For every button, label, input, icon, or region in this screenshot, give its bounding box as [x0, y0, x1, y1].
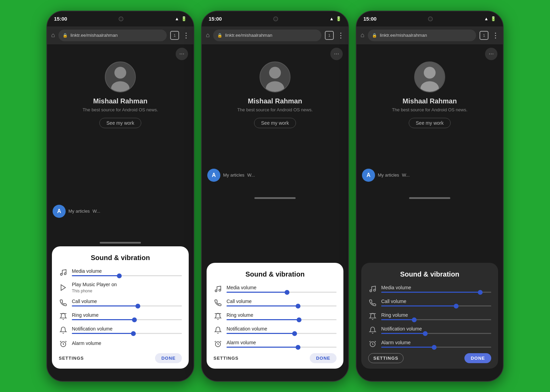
vol-row-alarm-1: Alarm volume	[59, 339, 182, 348]
notif-slider-thumb-2[interactable]	[292, 331, 297, 336]
bell-icon-2	[213, 326, 222, 335]
notif-slider-2[interactable]	[227, 333, 337, 334]
alarm-slider-thumb-3[interactable]	[432, 345, 437, 350]
ring-slider-2[interactable]	[227, 319, 337, 320]
svg-point-4	[64, 272, 66, 275]
call-slider-thumb-2[interactable]	[296, 304, 300, 309]
ring-slider-thumb-3[interactable]	[412, 317, 417, 322]
vol-row-ring-1: Ring volume	[59, 312, 182, 321]
ring-slider-3[interactable]	[381, 319, 491, 320]
alarm-slider-thumb-2[interactable]	[296, 345, 300, 350]
nav-bar-2	[202, 192, 348, 204]
notif-slider-3[interactable]	[381, 333, 491, 334]
url-bar-2[interactable]: 🔒 linktr.ee/mishaalrahman	[213, 30, 321, 41]
status-time-3: 15:00	[363, 16, 376, 22]
dots-button-3[interactable]: ···	[485, 48, 497, 60]
notif-slider-1[interactable]	[72, 333, 182, 334]
phone-icon-3	[368, 298, 377, 307]
wifi-icon-3: ▲	[484, 16, 488, 21]
tab-icon-1[interactable]: 1	[170, 31, 179, 40]
phone-icon-1	[59, 298, 68, 307]
call-vol-content-2: Call volume	[227, 299, 337, 306]
alarm-slider-fill-2	[227, 347, 298, 348]
settings-button-1[interactable]: SETTINGS	[59, 356, 84, 361]
vol-row-call-1: Call volume	[59, 298, 182, 307]
tab-icon-2[interactable]: 1	[325, 31, 334, 40]
vol-row-alarm-3: Alarm volume	[368, 339, 491, 348]
article-chip-3[interactable]: A	[362, 169, 375, 182]
browser-bar-2: ⌂ 🔒 linktr.ee/mishaalrahman 1 ⋮	[202, 26, 348, 44]
done-button-2[interactable]: DONE	[310, 353, 337, 363]
home-icon-1[interactable]: ⌂	[51, 32, 55, 39]
settings-button-2[interactable]: SETTINGS	[213, 356, 239, 361]
url-text-2: linktr.ee/mishaalrahman	[225, 33, 272, 38]
tab-icon-3[interactable]: 1	[480, 31, 488, 40]
status-icons-3: ▲ 🔋	[484, 16, 496, 21]
url-bar-3[interactable]: 🔒 linktr.ee/mishaalrahman	[368, 30, 476, 41]
notif-slider-fill-3	[381, 333, 425, 334]
article-tab-more-3: W...	[402, 172, 409, 178]
article-tab-text-2: My articles	[223, 172, 244, 178]
more-icon-3[interactable]: ⋮	[492, 31, 499, 40]
svg-point-11	[215, 290, 217, 292]
ring-slider-thumb-2[interactable]	[297, 317, 301, 322]
call-vol-label-3: Call volume	[381, 299, 491, 304]
notif-slider-thumb-1[interactable]	[131, 331, 136, 336]
sound-panel-title-3: Sound & vibration	[368, 270, 491, 278]
settings-button-3[interactable]: SETTINGS	[368, 353, 404, 363]
bell-icon-3	[368, 326, 377, 335]
ring-slider-thumb-1[interactable]	[132, 317, 137, 322]
media-vol-content-1: Media volume	[72, 268, 182, 276]
media-slider-2[interactable]	[227, 292, 337, 293]
vol-row-call-3: Call volume	[368, 298, 491, 307]
battery-icon-1: 🔋	[181, 16, 187, 21]
call-slider-2[interactable]	[227, 305, 337, 306]
notif-vol-content-1: Notification volume	[72, 326, 182, 334]
article-chip-2[interactable]: A	[207, 169, 220, 182]
nav-pill-2	[254, 197, 296, 199]
alarm-icon-3	[368, 339, 377, 348]
more-icon-2[interactable]: ⋮	[337, 31, 344, 40]
alarm-vol-content-3: Alarm volume	[381, 340, 491, 348]
ring-slider-1[interactable]	[72, 319, 182, 320]
media-slider-3[interactable]	[381, 292, 491, 293]
media-slider-fill-1	[72, 275, 119, 276]
media-slider-thumb-3[interactable]	[478, 290, 483, 295]
home-icon-2[interactable]: ⌂	[206, 32, 210, 39]
call-slider-1[interactable]	[72, 305, 182, 306]
media-slider-thumb-1[interactable]	[117, 273, 122, 278]
phone-1: 15:00 ▲ 🔋 ⌂ 🔒 linktr.ee/mishaalrahman 1 …	[46, 11, 194, 382]
play-content-1: Play Music Player on This phone	[72, 282, 182, 293]
nav-pill-3	[409, 197, 450, 199]
ring-icon-3	[368, 312, 377, 321]
media-slider-thumb-2[interactable]	[285, 290, 289, 295]
call-slider-thumb-1[interactable]	[135, 304, 140, 309]
alarm-vol-label-1: Alarm volume	[72, 340, 182, 346]
dots-button-1[interactable]: ···	[176, 48, 188, 60]
home-icon-3[interactable]: ⌂	[361, 32, 364, 39]
media-slider-1[interactable]	[72, 275, 182, 276]
more-icon-1[interactable]: ⋮	[183, 31, 189, 40]
sound-panel-2: Sound & vibration Media volume	[207, 263, 343, 369]
see-work-btn-3[interactable]: See my work	[409, 118, 451, 128]
done-button-3[interactable]: DONE	[464, 353, 491, 363]
article-tab-more-1: W...	[92, 209, 100, 214]
done-button-1[interactable]: DONE	[155, 353, 182, 363]
dots-button-2[interactable]: ···	[330, 48, 343, 60]
notif-vol-label-2: Notification volume	[227, 326, 337, 332]
media-vol-content-3: Media volume	[381, 285, 491, 293]
bell-icon-1	[59, 326, 68, 335]
url-bar-1[interactable]: 🔒 linktr.ee/mishaalrahman	[58, 30, 167, 41]
alarm-slider-2[interactable]	[227, 347, 337, 348]
see-work-btn-2[interactable]: See my work	[254, 118, 296, 128]
see-work-btn-1[interactable]: See my work	[99, 118, 142, 128]
article-chip-1[interactable]: A	[53, 205, 66, 218]
call-slider-3[interactable]	[381, 305, 491, 306]
call-slider-fill-1	[72, 305, 138, 306]
ring-vol-label-3: Ring volume	[381, 312, 491, 318]
ring-icon-1	[59, 312, 68, 321]
call-slider-thumb-3[interactable]	[454, 304, 459, 309]
notif-vol-label-3: Notification volume	[381, 326, 491, 332]
notif-slider-thumb-3[interactable]	[423, 331, 428, 336]
alarm-slider-3[interactable]	[381, 347, 491, 348]
